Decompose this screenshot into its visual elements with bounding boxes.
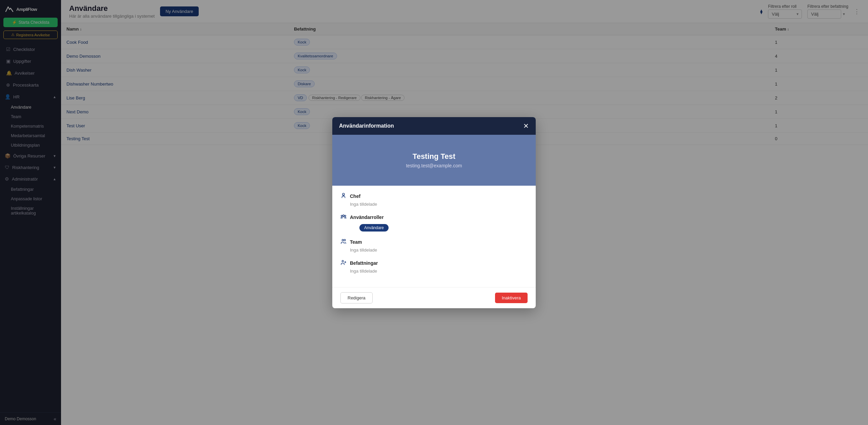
roles-section-title: Användarroller	[350, 215, 384, 220]
modal-section-anvandarroller: Användarroller Användare	[340, 214, 528, 232]
svg-point-4	[344, 215, 346, 216]
modal-section-befattningar: Befattningar Inga tilldelade	[340, 259, 528, 274]
modal-overlay[interactable]: Användarinformation ✕ Testing Test testi…	[0, 0, 868, 425]
modal-close-button[interactable]: ✕	[523, 123, 529, 129]
modal-section-team: Team Inga tilldelade	[340, 238, 528, 253]
befattningar-value: Inga tilldelade	[340, 269, 528, 274]
modal-user-name: Testing Test	[413, 152, 455, 161]
svg-point-2	[343, 215, 344, 216]
team-icon	[340, 238, 347, 246]
befattningar-icon	[340, 259, 347, 267]
svg-rect-1	[343, 195, 344, 196]
modal-section-befattningar-header: Befattningar	[340, 259, 528, 267]
chef-value: Inga tilldelade	[340, 202, 528, 207]
chef-icon	[340, 192, 347, 200]
svg-point-6	[344, 239, 346, 241]
modal-footer: Redigera Inaktivera	[332, 287, 536, 308]
svg-point-7	[342, 260, 344, 262]
modal-user-email: testing.test@example.com	[406, 163, 462, 168]
modal-title: Användarinformation	[339, 123, 394, 129]
modal-section-chef-header: Chef	[340, 192, 528, 200]
edit-button[interactable]: Redigera	[340, 292, 373, 303]
modal-hero: Testing Test testing.test@example.com	[332, 135, 536, 186]
modal-header: Användarinformation ✕	[332, 117, 536, 135]
svg-point-5	[342, 239, 344, 241]
modal-body: Chef Inga tilldelade Användarroller Anvä…	[332, 186, 536, 287]
modal-section-chef: Chef Inga tilldelade	[340, 192, 528, 207]
modal-section-roles-header: Användarroller	[340, 214, 528, 221]
roles-tags: Användare	[340, 223, 528, 232]
befattningar-section-title: Befattningar	[350, 260, 378, 266]
chef-section-title: Chef	[350, 193, 360, 199]
team-value: Inga tilldelade	[340, 247, 528, 253]
roles-icon	[340, 214, 347, 221]
role-tag-anvandare: Användare	[359, 224, 389, 232]
modal-section-team-header: Team	[340, 238, 528, 246]
team-section-title: Team	[350, 239, 362, 245]
svg-point-3	[341, 215, 342, 216]
user-info-modal: Användarinformation ✕ Testing Test testi…	[332, 117, 536, 308]
inactivate-button[interactable]: Inaktivera	[495, 293, 528, 303]
